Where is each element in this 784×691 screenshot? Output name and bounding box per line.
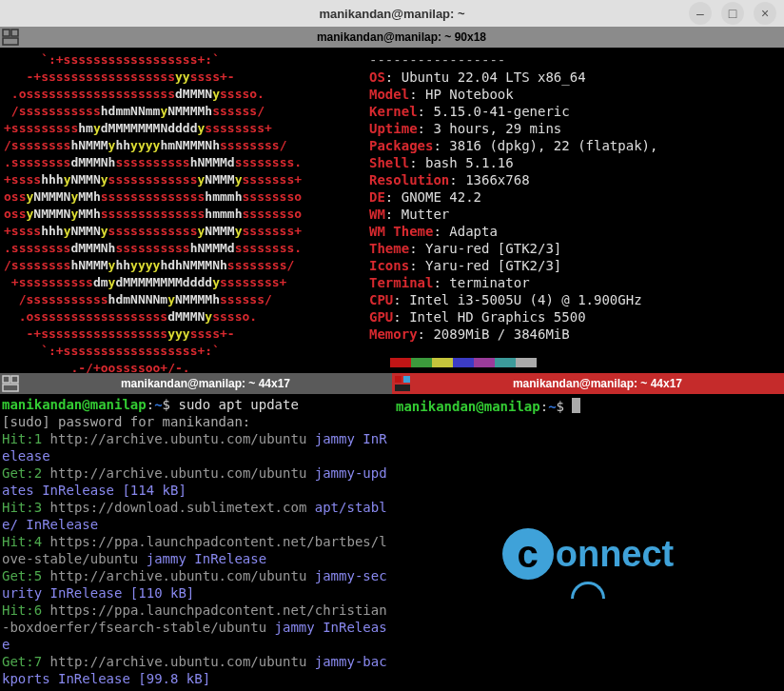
command-text: sudo apt update <box>178 397 298 412</box>
sysinfo-row: WM Theme: Adapta <box>369 223 784 240</box>
window-titlebar: manikandan@manilap: ~ – □ × <box>0 0 784 27</box>
sysinfo-row: GPU: Intel HD Graphics 5500 <box>369 308 784 326</box>
bottom-split: manikandan@manilap: ~ 44x17 manikandan@m… <box>0 373 784 691</box>
svg-rect-6 <box>395 376 402 383</box>
left-tabbar[interactable]: manikandan@manilap: ~ 44x17 <box>0 373 392 394</box>
sysinfo-row: CPU: Intel i3-5005U (4) @ 1.900GHz <box>369 291 784 308</box>
terminator-icon <box>2 29 19 46</box>
apt-output-line: Hit:1 http://archive.ubuntu.com/ubuntu j… <box>2 430 390 464</box>
minimize-button[interactable]: – <box>689 2 712 25</box>
sysinfo-row: Resolution: 1366x768 <box>369 171 784 188</box>
sysinfo-row: Icons: Yaru-red [GTK2/3] <box>369 257 784 274</box>
logo-c-icon: c <box>502 528 554 580</box>
left-pane: manikandan@manilap: ~ 44x17 manikandan@m… <box>0 373 392 691</box>
sysinfo-row: Theme: Yaru-red [GTK2/3] <box>369 240 784 257</box>
apt-output-line: Get:5 http://archive.ubuntu.com/ubuntu j… <box>2 567 390 602</box>
svg-rect-3 <box>3 376 10 383</box>
sysinfo-row: Kernel: 5.15.0-41-generic <box>369 103 784 120</box>
sysinfo-row: Packages: 3816 (dpkg), 22 (flatpak), <box>369 137 784 154</box>
color-swatches <box>369 358 784 367</box>
apt-output-line: Hit:4 https://ppa.launchpadcontent.net/b… <box>2 533 390 567</box>
top-tab-label: manikandan@manilap: ~ 90x18 <box>19 30 784 44</box>
right-tabbar[interactable]: manikandan@manilap: ~ 44x17 <box>392 373 784 394</box>
terminator-icon <box>394 375 411 392</box>
top-terminal[interactable]: `:+ssssssssssssssssss+:` -+sssssssssssss… <box>0 48 784 373</box>
left-tab-label: manikandan@manilap: ~ 44x17 <box>19 377 392 390</box>
window-title: manikandan@manilap: ~ <box>319 7 464 21</box>
left-terminal[interactable]: manikandan@manilap:~$ sudo apt update [s… <box>0 394 392 691</box>
neofetch-sysinfo: ----------------- OS: Ubuntu 22.04 LTS x… <box>343 48 784 373</box>
apt-output-line: Hit:6 https://ppa.launchpadcontent.net/c… <box>2 602 390 653</box>
terminator-icon <box>2 375 19 392</box>
sudo-prompt: [sudo] password for manikandan: <box>2 413 390 430</box>
sysinfo-row: Memory: 2089MiB / 3846MiB <box>369 326 784 343</box>
maximize-button[interactable]: □ <box>721 2 744 25</box>
svg-rect-0 <box>3 30 10 36</box>
ubuntu-ascii-art: `:+ssssssssssssssssss+:` -+sssssssssssss… <box>0 48 343 373</box>
apt-output-line: Get:7 http://archive.ubuntu.com/ubuntu j… <box>2 653 390 687</box>
logo-text: onnect <box>556 545 675 563</box>
apt-output-line: Hit:3 https://download.sublimetext.com a… <box>2 499 390 533</box>
sysinfo-row: WM: Mutter <box>369 206 784 223</box>
sysinfo-row: OS: Ubuntu 22.04 LTS x86_64 <box>369 69 784 86</box>
window-controls: – □ × <box>689 2 776 25</box>
svg-rect-4 <box>11 376 18 383</box>
svg-rect-5 <box>3 385 18 391</box>
right-tab-label: manikandan@manilap: ~ 44x17 <box>411 377 784 390</box>
top-tabbar[interactable]: manikandan@manilap: ~ 90x18 <box>0 27 784 48</box>
prompt-user: manikandan@manilap <box>2 397 147 412</box>
sysinfo-row: Model: HP Notebook <box>369 86 784 103</box>
svg-rect-8 <box>395 385 410 391</box>
close-button[interactable]: × <box>754 2 776 25</box>
right-pane: manikandan@manilap: ~ 44x17 manikandan@m… <box>392 373 784 691</box>
sysinfo-row: DE: GNOME 42.2 <box>369 188 784 206</box>
sysinfo-separator: ----------------- <box>369 51 784 69</box>
prompt-user: manikandan@manilap <box>396 399 540 414</box>
svg-rect-1 <box>11 30 18 36</box>
right-terminal[interactable]: manikandan@manilap:~$ connect <box>392 394 784 691</box>
sysinfo-row: Uptime: 3 hours, 29 mins <box>369 120 784 137</box>
sysinfo-row: Terminal: terminator <box>369 274 784 291</box>
logo-arc-icon <box>571 582 605 599</box>
svg-rect-2 <box>3 38 18 45</box>
sysinfo-row: Shell: bash 5.1.16 <box>369 154 784 171</box>
watermark-logo: connect <box>394 417 782 691</box>
cursor <box>572 398 580 413</box>
svg-rect-7 <box>403 376 410 383</box>
apt-output-line: Get:2 http://archive.ubuntu.com/ubuntu j… <box>2 464 390 499</box>
